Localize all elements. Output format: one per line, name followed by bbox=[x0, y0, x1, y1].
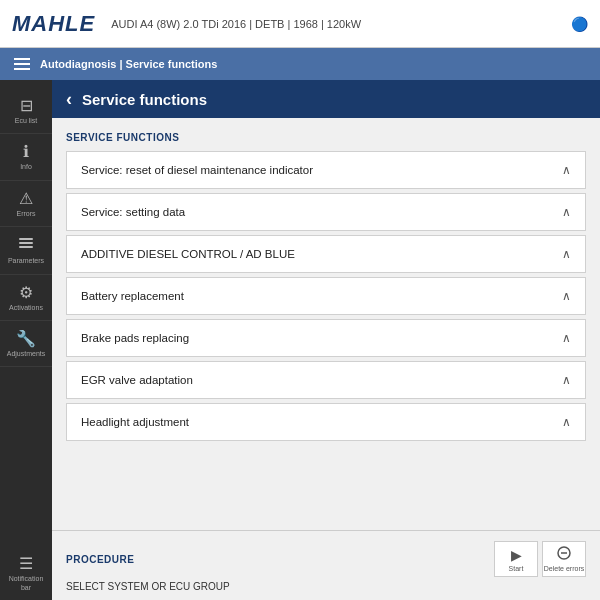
service-row-label-6: Headlight adjustment bbox=[81, 416, 189, 428]
sidebar-label-info: Info bbox=[20, 163, 32, 171]
sidebar-item-ecu-list[interactable]: ⊟ Ecu list bbox=[0, 88, 52, 134]
service-row-1[interactable]: Service: setting data ∧ bbox=[66, 193, 586, 231]
sidebar-label-errors: Errors bbox=[16, 210, 35, 218]
info-icon: ℹ bbox=[23, 142, 29, 161]
procedure-status: SELECT SYSTEM OR ECU GROUP bbox=[66, 581, 586, 592]
chevron-icon-1: ∧ bbox=[562, 205, 571, 219]
chevron-icon-3: ∧ bbox=[562, 289, 571, 303]
service-row-label-2: ADDITIVE DIESEL CONTROL / AD BLUE bbox=[81, 248, 295, 260]
svg-rect-0 bbox=[19, 238, 33, 240]
page-header: ‹ Service functions bbox=[52, 80, 600, 118]
start-label: Start bbox=[509, 565, 524, 572]
section-title: SERVICE FUNCTIONS bbox=[66, 132, 586, 143]
notification-label: Notification bar bbox=[4, 575, 48, 592]
service-row-4[interactable]: Brake pads replacing ∧ bbox=[66, 319, 586, 357]
delete-errors-button[interactable]: Delete errors bbox=[542, 541, 586, 577]
sidebar-item-parameters[interactable]: Parameters bbox=[0, 227, 52, 274]
notification-icon: ☰ bbox=[19, 554, 33, 573]
service-row-0[interactable]: Service: reset of diesel maintenance ind… bbox=[66, 151, 586, 189]
chevron-icon-0: ∧ bbox=[562, 163, 571, 177]
sidebar: ⊟ Ecu list ℹ Info ⚠ Errors Parameters ⚙ … bbox=[0, 80, 52, 600]
service-row-label-0: Service: reset of diesel maintenance ind… bbox=[81, 164, 313, 176]
breadcrumb: Autodiagnosis | Service functions bbox=[40, 58, 217, 70]
top-header: MAHLE AUDI A4 (8W) 2.0 TDi 2016 | DETB |… bbox=[0, 0, 600, 48]
hamburger-line-3 bbox=[14, 68, 30, 70]
sidebar-item-info[interactable]: ℹ Info bbox=[0, 134, 52, 180]
breadcrumb-page: Service functions bbox=[126, 58, 218, 70]
procedure-header: PROCEDURE ▶ Start Delete errors bbox=[66, 541, 586, 577]
service-row-label-1: Service: setting data bbox=[81, 206, 185, 218]
service-row-label-5: EGR valve adaptation bbox=[81, 374, 193, 386]
hamburger-line-1 bbox=[14, 58, 30, 60]
procedure-buttons: ▶ Start Delete errors bbox=[494, 541, 586, 577]
svg-rect-1 bbox=[19, 242, 33, 244]
content-scroll[interactable]: SERVICE FUNCTIONS Service: reset of dies… bbox=[52, 118, 600, 530]
chevron-icon-2: ∧ bbox=[562, 247, 571, 261]
back-button[interactable]: ‹ bbox=[66, 90, 72, 108]
sidebar-notification[interactable]: ☰ Notification bar bbox=[0, 546, 52, 600]
content-area: ‹ Service functions SERVICE FUNCTIONS Se… bbox=[52, 80, 600, 600]
service-row-5[interactable]: EGR valve adaptation ∧ bbox=[66, 361, 586, 399]
mahle-logo: MAHLE bbox=[12, 11, 95, 37]
nav-bar: Autodiagnosis | Service functions bbox=[0, 48, 600, 80]
delete-icon bbox=[557, 546, 571, 563]
adjustments-icon: 🔧 bbox=[16, 329, 36, 348]
sidebar-label-parameters: Parameters bbox=[8, 257, 44, 265]
vehicle-info: AUDI A4 (8W) 2.0 TDi 2016 | DETB | 1968 … bbox=[111, 18, 571, 30]
service-row-2[interactable]: ADDITIVE DIESEL CONTROL / AD BLUE ∧ bbox=[66, 235, 586, 273]
svg-rect-2 bbox=[19, 246, 33, 248]
ecu-list-icon: ⊟ bbox=[20, 96, 33, 115]
service-row-6[interactable]: Headlight adjustment ∧ bbox=[66, 403, 586, 441]
chevron-icon-4: ∧ bbox=[562, 331, 571, 345]
service-row-3[interactable]: Battery replacement ∧ bbox=[66, 277, 586, 315]
start-icon: ▶ bbox=[511, 547, 522, 563]
sidebar-label-activations: Activations bbox=[9, 304, 43, 312]
hamburger-line-2 bbox=[14, 63, 30, 65]
sidebar-item-errors[interactable]: ⚠ Errors bbox=[0, 181, 52, 227]
sidebar-label-ecu-list: Ecu list bbox=[15, 117, 38, 125]
procedure-section: PROCEDURE ▶ Start Delete errors bbox=[52, 530, 600, 600]
chevron-icon-6: ∧ bbox=[562, 415, 571, 429]
start-button[interactable]: ▶ Start bbox=[494, 541, 538, 577]
procedure-title: PROCEDURE bbox=[66, 554, 134, 565]
activations-icon: ⚙ bbox=[19, 283, 33, 302]
breadcrumb-prefix: Autodiagnosis | bbox=[40, 58, 126, 70]
page-title: Service functions bbox=[82, 91, 207, 108]
delete-label: Delete errors bbox=[544, 565, 584, 572]
main-layout: ⊟ Ecu list ℹ Info ⚠ Errors Parameters ⚙ … bbox=[0, 80, 600, 600]
sidebar-label-adjustments: Adjustments bbox=[7, 350, 46, 358]
hamburger-menu-button[interactable] bbox=[10, 54, 34, 74]
chevron-icon-5: ∧ bbox=[562, 373, 571, 387]
sidebar-item-adjustments[interactable]: 🔧 Adjustments bbox=[0, 321, 52, 367]
sidebar-item-activations[interactable]: ⚙ Activations bbox=[0, 275, 52, 321]
errors-icon: ⚠ bbox=[19, 189, 33, 208]
parameters-icon bbox=[18, 235, 34, 255]
service-row-label-3: Battery replacement bbox=[81, 290, 184, 302]
service-row-label-4: Brake pads replacing bbox=[81, 332, 189, 344]
bluetooth-icon: 🔵 bbox=[571, 16, 588, 32]
